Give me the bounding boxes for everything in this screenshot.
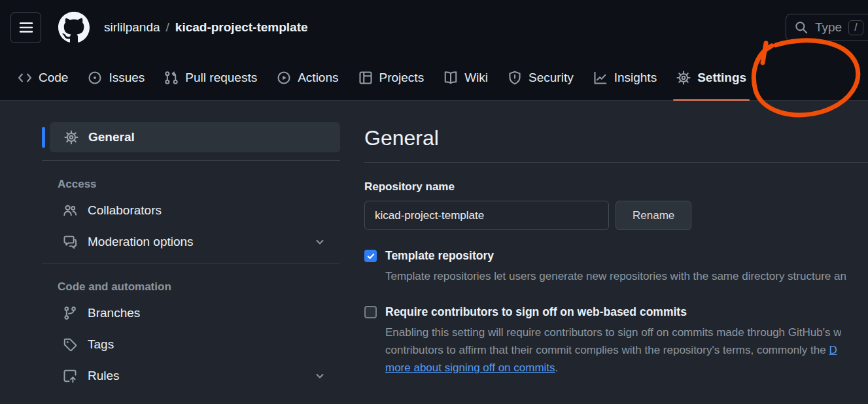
search-placeholder: Type	[815, 20, 842, 35]
template-repository-checkbox[interactable]	[364, 250, 377, 262]
code-icon	[18, 71, 32, 85]
section-divider	[364, 162, 868, 163]
rename-button[interactable]: Rename	[616, 201, 691, 230]
tab-wiki[interactable]: Wiki	[434, 55, 498, 100]
chevron-down-icon	[314, 236, 326, 248]
tab-label: Projects	[379, 71, 425, 85]
rules-icon	[63, 369, 77, 383]
signoff-checkbox[interactable]	[364, 306, 377, 318]
dco-link[interactable]: D	[829, 344, 837, 356]
git-pull-request-icon	[164, 71, 179, 85]
tab-label: Security	[529, 71, 574, 85]
sidebar-item-label: General	[88, 130, 135, 144]
sidebar-item-branches[interactable]: Branches	[42, 297, 340, 329]
tab-label: Actions	[298, 71, 338, 85]
check-icon	[366, 252, 375, 261]
repo-nav: Code Issues Pull requests Actions	[0, 55, 868, 101]
git-branch-icon	[63, 306, 77, 320]
sidebar-item-tags[interactable]: Tags	[42, 329, 340, 360]
sidebar-divider	[42, 160, 340, 161]
hamburger-menu-button[interactable]	[10, 12, 41, 43]
tag-icon	[63, 337, 77, 352]
signoff-setting: Require contributors to sign off on web-…	[364, 305, 868, 377]
signoff-description: Enabling this setting will require contr…	[385, 324, 841, 377]
search-input[interactable]: Type /	[786, 14, 868, 41]
gear-icon	[676, 71, 691, 85]
slash-key-hint: /	[848, 20, 863, 35]
people-icon	[63, 203, 77, 218]
sidebar-section-access: Access	[58, 178, 340, 191]
signoff-line2-text: contributors to affirm that their commit…	[385, 344, 829, 356]
tab-pull-requests[interactable]: Pull requests	[154, 55, 267, 100]
three-bars-icon	[18, 20, 34, 35]
repository-name-label: Repository name	[364, 180, 868, 194]
issue-opened-icon	[88, 71, 102, 85]
app-header: sirlilpanda / kicad-project-template Typ…	[0, 0, 868, 55]
breadcrumb-repo-link[interactable]: kicad-project-template	[175, 20, 308, 35]
sidebar-item-collaborators[interactable]: Collaborators	[42, 195, 340, 226]
github-logo-icon[interactable]	[58, 12, 90, 43]
sidebar-item-general[interactable]: General	[50, 122, 340, 152]
breadcrumb-owner-link[interactable]: sirlilpanda	[104, 20, 160, 35]
sidebar-item-label: Collaborators	[88, 203, 162, 218]
tab-label: Issues	[109, 71, 145, 85]
signoff-line3-suffix: .	[555, 362, 559, 374]
tab-security[interactable]: Security	[498, 55, 583, 100]
breadcrumb-separator: /	[166, 20, 169, 35]
search-icon	[794, 20, 808, 35]
comment-discussion-icon	[63, 235, 77, 249]
template-repository-label[interactable]: Template repository	[385, 249, 846, 263]
active-tab-underline	[673, 99, 750, 101]
tab-actions[interactable]: Actions	[267, 55, 348, 100]
table-icon	[358, 71, 373, 85]
tab-issues[interactable]: Issues	[78, 55, 154, 100]
gear-icon	[64, 130, 78, 144]
sidebar-item-label: Rules	[88, 369, 120, 383]
repository-name-input[interactable]	[364, 201, 609, 230]
shield-icon	[508, 71, 522, 85]
tab-label: Pull requests	[185, 71, 257, 85]
signoff-line1: Enabling this setting will require contr…	[385, 326, 841, 339]
signoff-learn-more-link[interactable]: more about signing off on commits	[385, 362, 555, 374]
sidebar-item-rules[interactable]: Rules	[42, 360, 340, 392]
rename-row: Rename	[364, 201, 868, 230]
sidebar-item-moderation-options[interactable]: Moderation options	[42, 226, 340, 258]
tab-code[interactable]: Code	[8, 55, 78, 100]
tab-label: Code	[39, 71, 68, 85]
sidebar-section-code-automation: Code and automation	[58, 280, 340, 294]
book-icon	[443, 71, 458, 85]
content-area: General Access Collaborators	[0, 101, 868, 404]
tab-projects[interactable]: Projects	[349, 55, 434, 100]
template-repository-setting: Template repository Template repositorie…	[364, 249, 868, 285]
settings-sidebar: General Access Collaborators	[42, 122, 340, 404]
graph-icon	[593, 71, 608, 85]
sidebar-divider	[42, 263, 340, 263]
tab-settings[interactable]: Settings	[667, 55, 756, 100]
sidebar-item-label: Branches	[88, 306, 140, 320]
active-item-indicator	[42, 127, 45, 148]
sidebar-item-label: Moderation options	[88, 235, 194, 249]
tab-label: Wiki	[464, 71, 488, 85]
settings-main: General Repository name Rename Template …	[364, 101, 868, 404]
tab-insights[interactable]: Insights	[583, 55, 667, 100]
tab-label: Insights	[614, 71, 657, 85]
template-repository-description: Template repositories let users generate…	[385, 267, 846, 285]
chevron-down-icon	[314, 370, 326, 382]
breadcrumb: sirlilpanda / kicad-project-template	[104, 20, 308, 35]
tab-label: Settings	[697, 71, 746, 85]
play-icon	[277, 71, 291, 85]
sidebar-item-label: Tags	[88, 337, 114, 352]
signoff-label[interactable]: Require contributors to sign off on web-…	[385, 305, 841, 319]
page-title: General	[364, 125, 868, 151]
